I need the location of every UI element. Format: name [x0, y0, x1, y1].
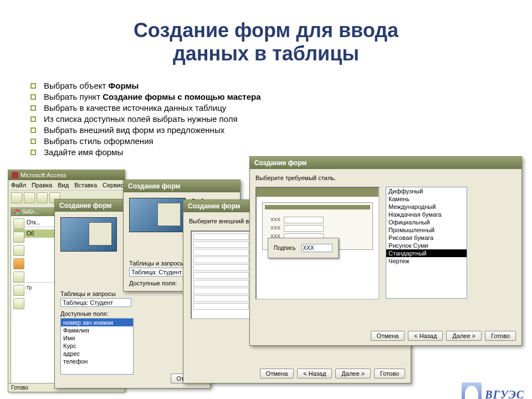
layout-preview	[191, 231, 252, 319]
menu-insert[interactable]: Вставка	[74, 182, 97, 188]
next-button[interactable]: Далее >	[335, 369, 371, 378]
bullet-item: Выбрать стиль оформления	[30, 136, 502, 146]
bullet-item: Задайте имя формы	[30, 147, 502, 157]
toolbar-button[interactable]	[24, 192, 35, 203]
sidebar-icon[interactable]	[13, 258, 24, 269]
list-item: Курс	[61, 342, 133, 350]
list-item[interactable]: Чертеж	[386, 257, 467, 265]
bullet-item: Из списка доступных полей выбрать нужные…	[30, 114, 502, 124]
list-item-selected[interactable]: Стандартный	[386, 249, 467, 257]
back-button[interactable]: < Назад	[297, 369, 332, 378]
table-select[interactable]: Таблица: Студент	[60, 298, 131, 307]
bullet-item: Выбрать пункт Создание формы с помощью м…	[30, 92, 502, 101]
sidebar-icon[interactable]	[13, 245, 24, 256]
list-item[interactable]: Официальный	[386, 218, 467, 226]
finish-button[interactable]: Готово	[374, 369, 405, 378]
list-item[interactable]: Рисунок Суми	[386, 242, 467, 249]
cancel-button[interactable]: Отмена	[371, 331, 405, 341]
logo-text: ВГУЭС	[485, 388, 524, 399]
sidebar-icon[interactable]	[13, 232, 24, 243]
back-button[interactable]: < Назад	[408, 331, 443, 341]
menu-service[interactable]: Сервис	[103, 182, 124, 188]
wizard-titlebar: Создание форм	[250, 157, 521, 169]
list-item[interactable]: Камень	[386, 195, 467, 203]
styles-list[interactable]: Диффузный Камень Международный Наждачная…	[386, 187, 467, 299]
toolbar-button[interactable]	[11, 192, 22, 203]
sidebar-icon[interactable]	[13, 285, 24, 296]
sidebar-icon[interactable]	[13, 218, 24, 229]
menu-edit[interactable]: Правка	[32, 182, 52, 188]
caption-label: Подпись	[274, 245, 296, 251]
logo-icon	[462, 382, 482, 399]
list-item[interactable]: Промышленный	[386, 226, 467, 234]
sidebar-icon[interactable]	[13, 272, 24, 283]
fields-list[interactable]: номер зач книжки Фамилия Имя Курс адрес …	[60, 318, 134, 375]
next-button[interactable]: Далее >	[446, 331, 482, 341]
access-icon	[12, 172, 18, 178]
cancel-button[interactable]: Отмена	[260, 369, 294, 378]
sidebar-icon[interactable]	[13, 298, 24, 309]
wizard-preview-icon	[60, 217, 117, 252]
finish-button[interactable]: Готово	[485, 331, 516, 341]
toolbar-button[interactable]	[37, 192, 48, 203]
list-item[interactable]: Наждачная бумага	[386, 211, 467, 218]
menu-view[interactable]: Вид	[58, 182, 69, 188]
bullet-item: Выбрать внешний вид форм из предложенных	[30, 125, 502, 135]
menu-file[interactable]: Файл	[11, 182, 26, 188]
access-menubar[interactable]: Файл Правка Вид Вставка Сервис	[8, 180, 125, 190]
style-preview: XXX XXX XXX Подпись	[255, 187, 380, 300]
bullet-list: Выбрать объект Формы Выбрать пункт Созда…	[0, 81, 532, 157]
list-item: номер зач книжки	[61, 319, 133, 326]
caption-input[interactable]	[301, 244, 332, 252]
wizard-prompt: Выберите требуемый стиль.	[255, 175, 516, 181]
bullet-item: Выбрать в качестве источника данных табл…	[30, 103, 502, 112]
list-item[interactable]: Диффузный	[386, 187, 467, 195]
list-item: телефон	[61, 357, 133, 365]
access-titlebar: Microsoft Access	[8, 170, 125, 180]
wizard-titlebar: Создание форм	[124, 180, 240, 192]
list-item[interactable]: Рисовая бумага	[386, 234, 467, 242]
list-item: Имя	[61, 334, 133, 342]
list-item: Фамилия	[61, 326, 133, 334]
list-item[interactable]: Международный	[386, 203, 467, 211]
bullet-item: Выбрать объект Формы	[30, 81, 502, 90]
logo: ВГУЭС	[462, 382, 524, 399]
wizard-preview-icon	[129, 198, 186, 232]
caption-popup: Подпись	[268, 238, 339, 258]
list-item: адрес	[61, 350, 133, 357]
slide-title: Создание форм для вводаданных в таблицы	[0, 13, 532, 68]
wizard-style: Создание форм Выберите требуемый стиль. …	[249, 156, 522, 346]
object-sidebar	[13, 218, 24, 309]
